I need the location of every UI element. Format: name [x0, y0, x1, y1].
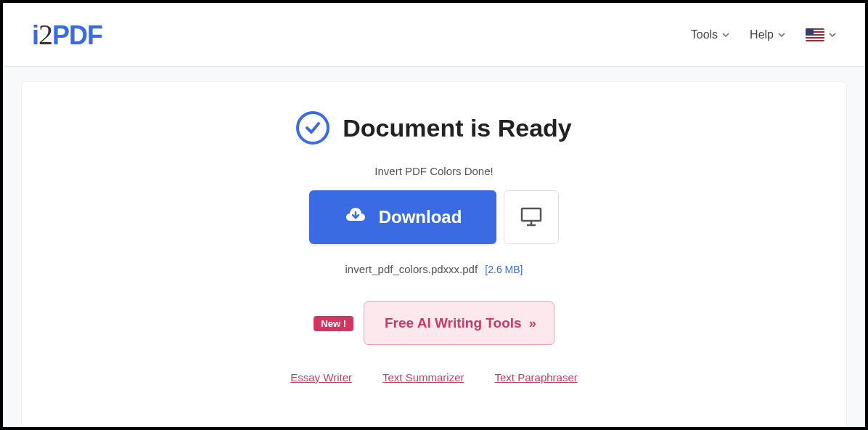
- essay-writer-link[interactable]: Essay Writer: [290, 371, 352, 384]
- ai-tools-row: New ! Free AI Writing Tools »: [22, 301, 846, 345]
- nav-tools-label: Tools: [691, 28, 718, 41]
- us-flag-icon: [806, 28, 824, 41]
- chevron-down-icon: [722, 31, 729, 38]
- svg-rect-0: [522, 208, 541, 221]
- nav: Tools Help: [691, 28, 836, 41]
- page-background: Document is Ready Invert PDF Colors Done…: [3, 67, 865, 429]
- preview-button[interactable]: [504, 190, 559, 244]
- nav-tools[interactable]: Tools: [691, 28, 729, 41]
- logo-two: 2: [38, 18, 52, 51]
- ready-row: Document is Ready: [22, 111, 846, 145]
- nav-help[interactable]: Help: [750, 28, 785, 41]
- monitor-icon: [518, 203, 544, 232]
- logo-pdf: PDF: [52, 20, 102, 50]
- file-size: [2.6 MB]: [485, 264, 523, 275]
- page-title: Document is Ready: [343, 114, 572, 142]
- main-card: Document is Ready Invert PDF Colors Done…: [21, 81, 847, 429]
- file-name: invert_pdf_colors.pdxxx.pdf: [345, 263, 478, 275]
- cloud-download-icon: [344, 203, 367, 231]
- new-badge: New !: [314, 316, 353, 331]
- tool-links: Essay Writer Text Summarizer Text Paraph…: [22, 371, 846, 384]
- text-paraphraser-link[interactable]: Text Paraphraser: [495, 371, 578, 384]
- logo[interactable]: i2PDF: [32, 17, 102, 52]
- logo-i: i: [32, 20, 38, 50]
- subtitle: Invert PDF Colors Done!: [22, 165, 846, 177]
- double-chevron-right-icon: »: [529, 316, 533, 331]
- header: i2PDF Tools Help: [3, 3, 865, 67]
- nav-help-label: Help: [750, 28, 774, 41]
- file-info: invert_pdf_colors.pdxxx.pdf [2.6 MB]: [22, 263, 846, 275]
- nav-language[interactable]: [806, 28, 836, 41]
- check-circle-icon: [296, 111, 329, 145]
- chevron-down-icon: [829, 31, 836, 38]
- text-summarizer-link[interactable]: Text Summarizer: [382, 371, 464, 384]
- download-button[interactable]: Download: [309, 190, 497, 244]
- ai-button-label: Free AI Writing Tools: [385, 315, 522, 331]
- download-row: Download: [22, 190, 846, 244]
- ai-writing-tools-button[interactable]: Free AI Writing Tools »: [364, 301, 554, 345]
- chevron-down-icon: [778, 31, 785, 38]
- download-label: Download: [379, 207, 462, 227]
